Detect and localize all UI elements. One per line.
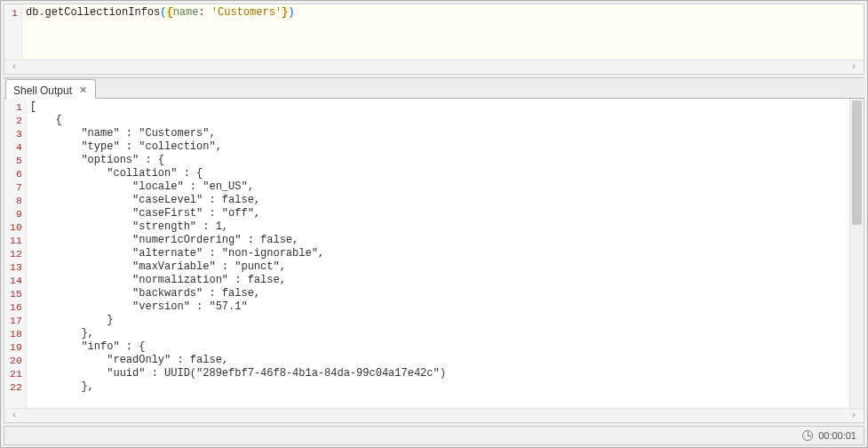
scrollbar-thumb[interactable] [852,100,862,225]
output-horizontal-scrollbar[interactable]: ‹ › [4,408,864,422]
scroll-left-icon[interactable]: ‹ [8,411,20,420]
output-lines[interactable]: [ { "name" : "Customers", "type" : "coll… [27,99,849,408]
elapsed-time: 00:00:01 [818,430,856,441]
scroll-left-icon[interactable]: ‹ [8,62,20,72]
clock-icon [802,430,813,441]
editor-lines[interactable]: db.getCollectionInfos({name: 'Customers'… [22,4,864,60]
output-tabs-bar: Shell Output ✕ [4,77,864,99]
tab-label: Shell Output [13,84,72,97]
scroll-right-icon[interactable]: › [848,62,860,72]
output-code-area[interactable]: 12345678910111213141516171819202122 [ { … [4,99,864,408]
output-gutter: 12345678910111213141516171819202122 [4,99,27,408]
output-vertical-scrollbar[interactable] [849,99,864,408]
shell-output-pane: 12345678910111213141516171819202122 [ { … [4,99,864,423]
status-bar: 00:00:01 [4,426,864,445]
editor-gutter: 1 [4,4,22,60]
scroll-right-icon[interactable]: › [848,411,860,420]
editor-code-area[interactable]: 1 db.getCollectionInfos({name: 'Customer… [4,4,864,60]
editor-horizontal-scrollbar[interactable]: ‹ › [4,60,864,74]
query-editor: 1 db.getCollectionInfos({name: 'Customer… [4,4,864,75]
tab-shell-output[interactable]: Shell Output ✕ [5,79,96,99]
close-icon[interactable]: ✕ [77,85,88,96]
